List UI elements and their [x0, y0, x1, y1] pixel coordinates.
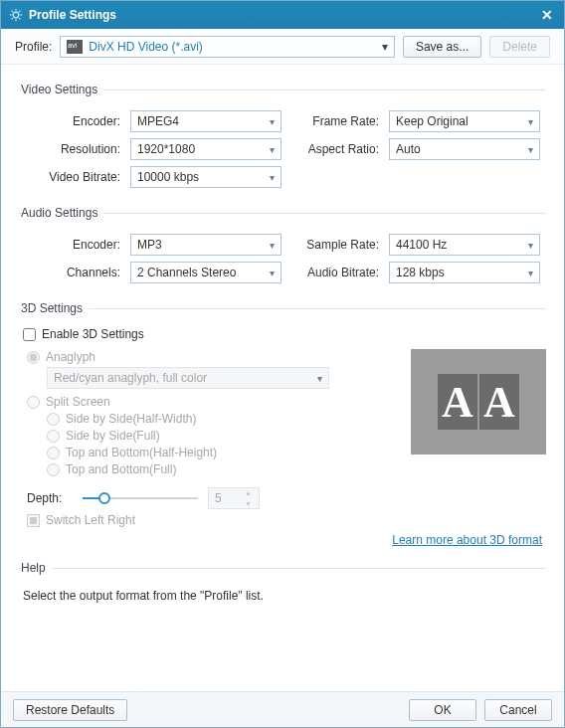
- sxs-half-radio: Side by Side(Half-Width): [47, 412, 397, 426]
- 3d-preview-image: AA: [411, 349, 546, 455]
- chevron-down-icon: ▾: [317, 373, 322, 384]
- svg-point-0: [13, 12, 19, 18]
- profile-value: DivX HD Video (*.avi): [89, 40, 202, 54]
- video-bitrate-label: Video Bitrate:: [19, 170, 124, 184]
- audio-settings-legend: Audio Settings: [21, 206, 103, 220]
- svg-line-8: [19, 11, 20, 12]
- close-button[interactable]: ✕: [538, 7, 556, 23]
- video-encoder-label: Encoder:: [19, 114, 124, 128]
- audio-settings-group: Audio Settings Encoder: MP3▾ Sample Rate…: [19, 206, 546, 293]
- chevron-down-icon: ▾: [270, 268, 275, 278]
- gear-icon: [9, 8, 23, 22]
- split-screen-radio: Split Screen: [27, 395, 397, 409]
- framerate-dropdown[interactable]: Keep Original▾: [389, 110, 540, 132]
- chevron-down-icon: ▾: [270, 116, 275, 127]
- help-group: Help Select the output format from the "…: [19, 561, 546, 613]
- video-settings-group: Video Settings Encoder: MPEG4▾ Frame Rat…: [19, 83, 546, 198]
- help-legend: Help: [21, 561, 52, 575]
- video-settings-legend: Video Settings: [21, 83, 103, 96]
- switch-lr-checkbox-box: [27, 514, 40, 527]
- chevron-down-icon: ▾: [270, 144, 275, 155]
- save-as-button[interactable]: Save as...: [403, 36, 481, 58]
- chevron-down-icon: ▾: [270, 240, 275, 251]
- delete-button: Delete: [489, 36, 550, 58]
- 3d-settings-legend: 3D Settings: [21, 301, 89, 315]
- chevron-down-icon: ▾: [270, 172, 275, 183]
- svg-line-7: [12, 18, 13, 19]
- ok-button[interactable]: OK: [409, 699, 476, 721]
- 3d-settings-group: 3D Settings Enable 3D Settings Anaglyph …: [19, 301, 546, 553]
- anaglyph-type-dropdown: Red/cyan anaglyph, full color ▾: [47, 367, 329, 389]
- chevron-down-icon: ▾: [528, 116, 533, 127]
- depth-label: Depth:: [27, 491, 73, 505]
- audio-bitrate-dropdown[interactable]: 128 kbps▾: [389, 262, 540, 283]
- aspect-ratio-dropdown[interactable]: Auto▾: [389, 138, 540, 160]
- framerate-label: Frame Rate:: [287, 114, 383, 128]
- help-text: Select the output format from the "Profi…: [23, 589, 542, 603]
- cancel-button[interactable]: Cancel: [484, 699, 552, 721]
- tb-half-radio: Top and Bottom(Half-Height): [47, 446, 397, 459]
- chevron-down-icon: ▾: [528, 240, 533, 251]
- content-area: Video Settings Encoder: MPEG4▾ Frame Rat…: [1, 65, 564, 691]
- sxs-full-radio: Side by Side(Full): [47, 429, 397, 443]
- restore-defaults-button[interactable]: Restore Defaults: [13, 699, 127, 721]
- anaglyph-radio: Anaglyph: [27, 350, 397, 364]
- depth-row: Depth: 5 ▲▼: [27, 487, 546, 509]
- enable-3d-checkbox[interactable]: Enable 3D Settings: [23, 327, 546, 341]
- samplerate-dropdown[interactable]: 44100 Hz▾: [389, 234, 540, 256]
- svg-line-5: [12, 11, 13, 12]
- tb-full-radio: Top and Bottom(Full): [47, 462, 397, 476]
- avi-file-icon: [67, 40, 83, 54]
- learn-more-3d-link[interactable]: Learn more about 3D format: [392, 533, 542, 547]
- chevron-down-icon: ▾: [382, 40, 388, 54]
- chevron-down-icon: ▾: [528, 268, 533, 278]
- enable-3d-checkbox-input[interactable]: [23, 328, 36, 341]
- titlebar: Profile Settings ✕: [1, 1, 564, 29]
- aspect-ratio-label: Aspect Ratio:: [287, 142, 383, 156]
- profile-settings-dialog: Profile Settings ✕ Profile: DivX HD Vide…: [0, 0, 565, 728]
- audio-encoder-label: Encoder:: [19, 238, 124, 252]
- resolution-dropdown[interactable]: 1920*1080▾: [130, 138, 282, 160]
- channels-label: Channels:: [19, 266, 124, 279]
- depth-slider: [83, 489, 198, 507]
- window-title: Profile Settings: [29, 8, 538, 22]
- depth-spinner: 5 ▲▼: [208, 487, 260, 509]
- split-screen-label: Split Screen: [46, 395, 110, 409]
- footer-bar: Restore Defaults OK Cancel: [1, 691, 564, 727]
- video-bitrate-dropdown[interactable]: 10000 kbps▾: [130, 166, 282, 188]
- svg-line-6: [19, 18, 20, 19]
- resolution-label: Resolution:: [19, 142, 124, 156]
- channels-dropdown[interactable]: 2 Channels Stereo▾: [130, 262, 282, 283]
- audio-encoder-dropdown[interactable]: MP3▾: [130, 234, 282, 256]
- video-encoder-dropdown[interactable]: MPEG4▾: [130, 110, 282, 132]
- audio-bitrate-label: Audio Bitrate:: [287, 266, 383, 279]
- enable-3d-label: Enable 3D Settings: [42, 327, 144, 341]
- anaglyph-label: Anaglyph: [46, 350, 95, 364]
- split-screen-radio-input: [27, 396, 40, 409]
- anaglyph-radio-input: [27, 351, 40, 364]
- profile-label: Profile:: [15, 40, 52, 54]
- switch-lr-checkbox: Switch Left Right: [27, 513, 546, 527]
- chevron-down-icon: ▾: [528, 144, 533, 155]
- samplerate-label: Sample Rate:: [287, 238, 383, 252]
- profile-bar: Profile: DivX HD Video (*.avi) ▾ Save as…: [1, 29, 564, 65]
- profile-dropdown[interactable]: DivX HD Video (*.avi) ▾: [60, 36, 395, 58]
- switch-lr-label: Switch Left Right: [46, 513, 135, 527]
